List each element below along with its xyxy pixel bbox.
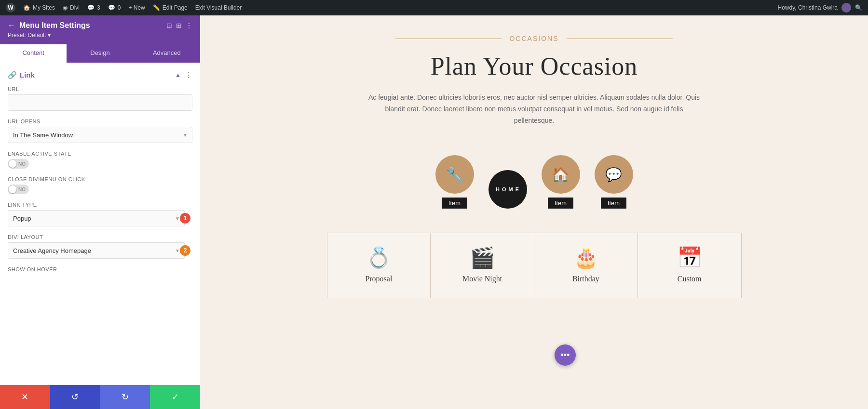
tab-advanced[interactable]: Advanced <box>134 44 200 63</box>
panel-title: ← Menu Item Settings <box>8 21 90 30</box>
panel-header-top: ← Menu Item Settings ⊡ ⊞ ⋮ <box>8 21 192 30</box>
exit-builder-link[interactable]: Exit Visual Builder <box>195 4 242 11</box>
movie-night-icon: 🎬 <box>470 248 495 268</box>
back-icon[interactable]: ← <box>8 21 15 30</box>
toggle-knob2 <box>9 185 16 193</box>
chat-icon-circle: 💬 <box>595 155 633 194</box>
divi-icon: ◉ <box>63 4 68 11</box>
comment2-icon: 💬 <box>108 4 115 11</box>
comment-icon: 💬 <box>87 4 95 11</box>
edit-page-link[interactable]: ✏️ Edit Page <box>153 4 188 11</box>
tab-design[interactable]: Design <box>67 44 133 63</box>
proposal-label: Proposal <box>365 275 392 283</box>
close-divi-label: Close DiviMenu On Click <box>8 176 192 182</box>
right-content: OCCASIONS Plan Your Occasion Ac feugiat … <box>200 15 868 409</box>
link-section-header: 🔗 Link ▲ ⋮ <box>8 70 192 79</box>
link-type-badge: 1 <box>180 213 190 224</box>
url-opens-select-wrapper: In The Same Window In A New Tab ▼ <box>8 127 192 143</box>
section-title: 🔗 Link <box>8 71 35 79</box>
custom-label: Custom <box>678 275 702 283</box>
enable-active-field-group: Enable Active State NO <box>8 151 192 169</box>
enable-active-toggle-row: NO <box>8 159 192 169</box>
link-type-inner: Popup ▼ <box>8 210 185 226</box>
url-opens-select[interactable]: In The Same Window In A New Tab <box>8 127 192 143</box>
divi-layout-select-wrapper: Creative Agency Homepage ▼ 2 <box>8 242 185 259</box>
panel-header-icons: ⊡ ⊞ ⋮ <box>166 22 192 29</box>
admin-bar-right: Howdy, Christina Gwira 🔍 <box>778 3 862 13</box>
collapse-icon[interactable]: ▲ <box>175 72 181 79</box>
tab-content[interactable]: Content <box>0 44 67 63</box>
occasions-label-row: OCCASIONS <box>327 35 742 42</box>
item-label-1: Item <box>442 198 467 209</box>
occasions-left-line <box>395 39 502 39</box>
comments-link[interactable]: 💬 3 <box>87 4 100 11</box>
more-icon[interactable]: ⋮ <box>186 22 192 29</box>
item-label-3: Item <box>548 198 573 209</box>
icon-item-2: H O M E <box>488 170 527 209</box>
panel-header: ← Menu Item Settings ⊡ ⊞ ⋮ Preset: Defau… <box>0 15 200 44</box>
wp-logo[interactable]: W <box>6 3 15 13</box>
section-menu-icon[interactable]: ⋮ <box>185 70 192 79</box>
enable-active-toggle[interactable]: NO <box>8 159 29 169</box>
panel-preset[interactable]: Preset: Default ▾ <box>8 32 192 39</box>
show-hover-field-group: Show On Hover <box>8 266 192 272</box>
home-text-circle: H O M E <box>488 170 527 209</box>
occasions-label-text: OCCASIONS <box>509 35 558 42</box>
house-icon: 🏠 <box>23 4 30 11</box>
wordpress-icon: W <box>6 3 15 13</box>
divi-layout-label: Divi Layout <box>8 234 192 240</box>
proposal-icon: 💍 <box>366 248 391 268</box>
cards-row: 💍 Proposal 🎬 Movie Night 🎂 Birthday 📅 Cu… <box>327 233 742 298</box>
link-type-field-group: Link Type Popup ▼ 1 <box>8 202 192 226</box>
panel-tabs: Content Design Advanced <box>0 44 200 63</box>
new-link[interactable]: + New <box>128 4 145 11</box>
floating-menu-button[interactable]: ••• <box>555 344 576 366</box>
save-button[interactable]: ✓ <box>150 385 200 409</box>
close-divi-field-group: Close DiviMenu On Click NO <box>8 176 192 194</box>
divi-layout-field-group: Divi Layout Creative Agency Homepage ▼ 2 <box>8 234 192 259</box>
birthday-label: Birthday <box>572 275 599 283</box>
occasions-section: OCCASIONS Plan Your Occasion Ac feugiat … <box>317 15 751 317</box>
icons-row: 🔧 Item H O M E 🏠 Item 💬 It <box>327 145 742 209</box>
card-birthday[interactable]: 🎂 Birthday <box>534 233 638 298</box>
divi-layout-select[interactable]: Creative Agency Homepage <box>8 242 185 259</box>
divi-link[interactable]: ◉ Divi <box>63 4 80 11</box>
url-input[interactable] <box>8 94 192 111</box>
link-type-label: Link Type <box>8 202 192 208</box>
redo-button[interactable]: ↻ <box>100 385 150 409</box>
toggle-no-label2: NO <box>18 187 26 192</box>
link-type-select-wrapper: Popup ▼ 1 <box>8 210 185 226</box>
card-proposal[interactable]: 💍 Proposal <box>327 233 431 298</box>
icon-item-4: 💬 Item <box>595 155 633 209</box>
left-panel: ← Menu Item Settings ⊡ ⊞ ⋮ Preset: Defau… <box>0 15 200 409</box>
url-label: URL <box>8 86 192 92</box>
main-layout: ← Menu Item Settings ⊡ ⊞ ⋮ Preset: Defau… <box>0 15 868 409</box>
birthday-icon: 🎂 <box>573 248 598 268</box>
occasions-desc: Ac feugiat ante. Donec ultricies loborti… <box>366 92 703 126</box>
card-custom[interactable]: 📅 Custom <box>638 233 741 298</box>
icon-item-3: 🏠 Item <box>542 155 580 209</box>
undo-button[interactable]: ↺ <box>50 385 100 409</box>
divi-layout-inner: Creative Agency Homepage ▼ <box>8 242 185 259</box>
page-content: OCCASIONS Plan Your Occasion Ac feugiat … <box>200 15 868 409</box>
card-movie-night[interactable]: 🎬 Movie Night <box>431 233 534 298</box>
url-opens-label: URL Opens <box>8 119 192 124</box>
item-label-4: Item <box>601 198 626 209</box>
link-type-select[interactable]: Popup <box>8 210 185 226</box>
close-divi-toggle-row: NO <box>8 185 192 194</box>
icon-item-1: 🔧 Item <box>435 155 474 209</box>
edit-icon: ✏️ <box>153 4 160 11</box>
dots-icon: ••• <box>561 350 570 360</box>
occasions-title: Plan Your Occasion <box>327 52 742 80</box>
close-button[interactable]: ✕ <box>0 385 50 409</box>
minimize-icon[interactable]: ⊡ <box>166 22 172 29</box>
close-divi-toggle[interactable]: NO <box>8 185 29 194</box>
url-field-group: URL <box>8 86 192 111</box>
show-hover-label: Show On Hover <box>8 266 192 272</box>
comments2-link[interactable]: 💬 0 <box>108 4 121 11</box>
my-sites-link[interactable]: 🏠 My Sites <box>23 4 55 11</box>
admin-bar: W 🏠 My Sites ◉ Divi 💬 3 💬 0 + New ✏️ Edi… <box>0 0 868 15</box>
expand-icon[interactable]: ⊞ <box>176 22 182 29</box>
link-icon: 🔗 <box>8 71 17 79</box>
search-icon[interactable]: 🔍 <box>855 4 862 11</box>
